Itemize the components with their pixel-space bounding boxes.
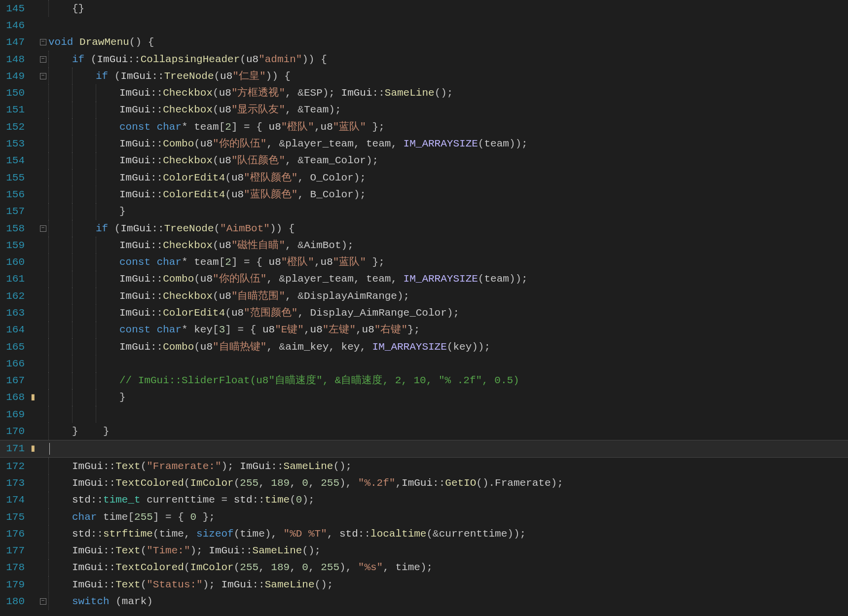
code-line[interactable]: 155ImGui::ColorEdit4(u8"橙队颜色", O_Color); [0,169,848,186]
code-content[interactable]: ImGui::Combo(u8"你的队伍", &player_team, tea… [48,271,848,288]
code-line[interactable]: 151ImGui::Checkbox(u8"显示队友", &Team); [0,102,848,118]
line-number[interactable]: 169 [0,406,29,423]
code-content[interactable]: {} [48,0,848,17]
code-content[interactable]: switch (mark) [48,593,848,610]
fold-toggle[interactable]: − [37,593,48,610]
code-content[interactable]: ImGui::ColorEdit4(u8"蓝队颜色", B_Color); [48,186,848,203]
code-content[interactable]: ImGui::Text("Time:"); ImGui::SameLine(); [48,543,848,559]
code-tokens[interactable]: ImGui::TextColored(ImColor(255, 189, 0, … [48,562,433,573]
line-number[interactable]: 146 [0,17,29,34]
code-tokens[interactable]: std::time_t currenttime = std::time(0); [48,495,315,505]
code-line[interactable]: 158−if (ImGui::TreeNode("AimBot")) { [0,220,848,237]
code-content[interactable]: ImGui::ColorEdit4(u8"橙队颜色", O_Color); [48,169,848,186]
code-tokens[interactable]: } [48,206,126,217]
code-line[interactable]: 159ImGui::Checkbox(u8"磁性自瞄", &AimBot); [0,237,848,254]
fold-toggle[interactable] [37,474,48,491]
code-line[interactable]: 157} [0,203,848,220]
fold-toggle[interactable] [37,169,48,186]
fold-toggle[interactable] [37,118,48,135]
code-line[interactable]: 163ImGui::ColorEdit4(u8"范围颜色", Display_A… [0,304,848,321]
code-tokens[interactable]: ImGui::Combo(u8"你的队伍", &player_team, tea… [48,139,528,149]
code-content[interactable]: } } [48,423,848,439]
line-number[interactable]: 176 [0,525,29,542]
code-line[interactable]: 175char time[255] = { 0 }; [0,508,848,525]
code-tokens[interactable]: ImGui::TextColored(ImColor(255, 189, 0, … [48,478,563,488]
code-tokens[interactable]: if (ImGui::TreeNode(u8"仁皇")) { [48,71,291,81]
code-content[interactable]: ImGui::Combo(u8"你的队伍", &player_team, tea… [48,135,848,152]
code-tokens[interactable]: switch (mark) [48,596,153,607]
code-tokens[interactable]: ImGui::Text("Framerate:"); ImGui::SameLi… [48,461,352,471]
code-content[interactable]: ImGui::Checkbox(u8"队伍颜色", &Team_Color); [48,152,848,169]
line-number[interactable]: 156 [0,186,29,203]
code-tokens[interactable]: void DrawMenu() { [48,37,154,47]
line-number[interactable]: 179 [0,576,29,593]
code-content[interactable]: ImGui::Checkbox(u8"磁性自瞄", &AimBot); [48,237,848,254]
code-content[interactable]: void DrawMenu() { [48,34,848,51]
code-line[interactable]: 167// ImGui::SliderFloat(u8"自瞄速度", &自瞄速度… [0,372,848,389]
fold-toggle[interactable] [37,17,48,34]
code-line[interactable]: 166 [0,355,848,372]
code-tokens[interactable]: const char* key[3] = { u8"E键",u8"左键",u8"… [48,325,420,335]
code-line[interactable]: 153ImGui::Combo(u8"你的队伍", &player_team, … [0,135,848,152]
code-content[interactable]: std::time_t currenttime = std::time(0); [48,492,848,508]
code-tokens[interactable]: if (ImGui::TreeNode("AimBot")) { [48,223,295,234]
code-content[interactable]: ImGui::Checkbox(u8"显示队友", &Team); [48,102,848,118]
code-content[interactable]: if (ImGui::CollapsingHeader(u8"admin")) … [48,51,848,68]
code-line[interactable]: 179ImGui::Text("Status:"); ImGui::SameLi… [0,576,848,593]
fold-toggle[interactable] [37,389,48,406]
fold-toggle[interactable]: − [37,68,48,84]
line-number[interactable]: 174 [0,492,29,508]
code-line[interactable]: 178ImGui::TextColored(ImColor(255, 189, … [0,559,848,576]
code-line[interactable]: 180−switch (mark) [0,593,848,610]
fold-toggle[interactable]: − [37,220,48,237]
line-number[interactable]: 168 [0,389,29,406]
code-line[interactable]: 152const char* team[2] = { u8"橙队",u8"蓝队"… [0,118,848,135]
line-number[interactable]: 148 [0,51,29,68]
code-line[interactable]: 169 [0,406,848,423]
code-tokens[interactable]: ImGui::Text("Status:"); ImGui::SameLine(… [48,580,333,590]
line-number[interactable]: 147 [0,34,29,51]
code-tokens[interactable]: ImGui::Checkbox(u8"方框透视", &ESP); ImGui::… [48,88,453,98]
line-number[interactable]: 175 [0,508,29,525]
fold-toggle[interactable] [37,271,48,288]
code-line[interactable]: 170} } [0,423,848,439]
code-content[interactable]: const char* key[3] = { u8"E键",u8"左键",u8"… [48,322,848,338]
fold-toggle[interactable] [37,0,48,17]
code-line[interactable]: 174std::time_t currenttime = std::time(0… [0,492,848,508]
line-number[interactable]: 154 [0,152,29,169]
line-number[interactable]: 167 [0,372,29,389]
code-line[interactable]: 161ImGui::Combo(u8"你的队伍", &player_team, … [0,271,848,288]
code-content[interactable]: // ImGui::SliderFloat(u8"自瞄速度", &自瞄速度, 2… [48,372,848,389]
code-line[interactable]: 148−if (ImGui::CollapsingHeader(u8"admin… [0,51,848,68]
fold-toggle[interactable] [37,372,48,389]
code-content[interactable]: ImGui::Checkbox(u8"自瞄范围", &DisplayAimRan… [48,288,848,304]
code-content[interactable]: const char* team[2] = { u8"橙队",u8"蓝队" }; [48,254,848,270]
line-number[interactable]: 162 [0,288,29,304]
line-number[interactable]: 173 [0,474,29,491]
line-number[interactable]: 152 [0,118,29,135]
code-content[interactable]: ImGui::Checkbox(u8"方框透视", &ESP); ImGui::… [48,84,848,101]
code-line[interactable]: 168▮} [0,389,848,406]
code-content[interactable]: ImGui::Text("Status:"); ImGui::SameLine(… [48,576,848,593]
fold-toggle[interactable] [37,84,48,101]
code-tokens[interactable]: } } [48,426,110,436]
code-line[interactable]: 165ImGui::Combo(u8"自瞄热键", &aim_key, key,… [0,338,848,355]
code-line[interactable]: 162ImGui::Checkbox(u8"自瞄范围", &DisplayAim… [0,288,848,304]
code-tokens[interactable]: std::strftime(time, sizeof(time), "%D %T… [48,529,526,539]
code-tokens[interactable]: } [48,392,126,402]
code-content[interactable]: ImGui::ColorEdit4(u8"范围颜色", Display_AimR… [48,304,848,321]
code-tokens[interactable]: ImGui::Combo(u8"自瞄热键", &aim_key, key, IM… [48,342,490,352]
line-number[interactable]: 149 [0,68,29,84]
fold-toggle[interactable] [37,322,48,338]
line-number[interactable]: 171 [0,440,29,457]
fold-toggle[interactable] [37,559,48,576]
code-line[interactable]: 145{} [0,0,848,17]
code-content[interactable]: ImGui::Combo(u8"自瞄热键", &aim_key, key, IM… [48,338,848,355]
code-line[interactable]: 172ImGui::Text("Framerate:"); ImGui::Sam… [0,458,848,474]
code-content[interactable]: char time[255] = { 0 }; [48,508,848,525]
line-number[interactable]: 165 [0,338,29,355]
line-number[interactable]: 164 [0,322,29,338]
line-number[interactable]: 159 [0,237,29,254]
fold-toggle[interactable] [37,458,48,474]
fold-toggle[interactable] [37,102,48,118]
